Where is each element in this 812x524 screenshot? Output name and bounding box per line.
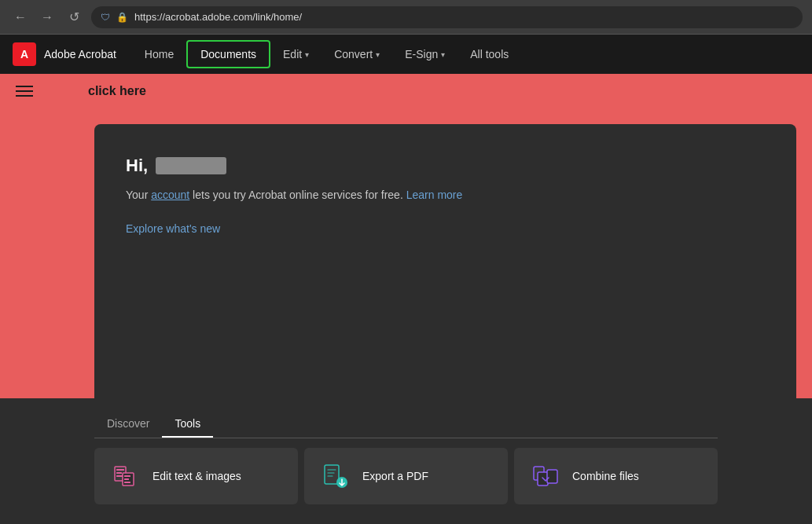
account-link[interactable]: account [151, 189, 189, 201]
nav-edit[interactable]: Edit ▾ [270, 35, 321, 74]
username-blur [156, 157, 226, 174]
nav-documents[interactable]: Documents [186, 40, 270, 68]
export-icon [320, 460, 351, 492]
edit-text-label: Edit text & images [152, 470, 241, 482]
url-text: https://acrobat.adobe.com/link/home/ [134, 11, 302, 23]
account-description: Your account lets you try Acrobat online… [126, 187, 765, 203]
svg-rect-5 [124, 475, 130, 477]
tab-tools[interactable]: Tools [162, 411, 213, 438]
tool-edit-text[interactable]: Edit text & images [94, 448, 298, 504]
hamburger-icon[interactable] [16, 86, 33, 97]
forward-button[interactable]: → [36, 6, 58, 28]
greeting: Hi, [126, 156, 765, 176]
nav-items: Home Documents Edit ▾ Convert ▾ E-Sign ▾… [132, 35, 521, 74]
banner-text: click here [88, 84, 146, 98]
adobe-icon: A [13, 42, 36, 66]
tool-combine-files[interactable]: Combine files [514, 448, 718, 504]
svg-rect-6 [124, 478, 129, 480]
explore-link[interactable]: Explore what's new [126, 222, 220, 235]
nav-convert[interactable]: Convert ▾ [321, 35, 392, 74]
export-pdf-label: Export a PDF [362, 470, 428, 482]
tabs-row: Discover Tools [94, 398, 718, 438]
app-navbar: A Adobe Acrobat Home Documents Edit ▾ Co… [0, 35, 812, 74]
back-button[interactable]: ← [9, 6, 31, 28]
svg-rect-1 [116, 469, 124, 471]
svg-rect-7 [124, 482, 130, 483]
nav-esign[interactable]: E-Sign ▾ [392, 35, 457, 74]
learn-more-link[interactable]: Learn more [406, 189, 463, 201]
click-banner: click here [0, 74, 812, 108]
browser-chrome: ← → ↺ 🛡 🔒 https://acrobat.adobe.com/link… [0, 0, 812, 35]
combine-files-label: Combine files [572, 470, 639, 482]
app-logo: A Adobe Acrobat [13, 42, 116, 66]
address-bar[interactable]: 🛡 🔒 https://acrobat.adobe.com/link/home/ [91, 6, 803, 28]
combine-icon [530, 460, 561, 492]
esign-chevron-icon: ▾ [441, 50, 445, 59]
edit-chevron-icon: ▾ [305, 50, 309, 59]
greeting-prefix: Hi, [126, 156, 148, 176]
nav-home[interactable]: Home [132, 35, 186, 74]
tools-grid: Edit text & images Export a PDF [94, 448, 718, 504]
nav-all-tools[interactable]: All tools [457, 35, 521, 74]
lock-icon: 🔒 [116, 12, 128, 23]
reload-button[interactable]: ↺ [63, 6, 85, 28]
shield-icon: 🛡 [101, 12, 110, 23]
bottom-section: Discover Tools Edit text & images [0, 398, 812, 524]
edit-icon [110, 460, 141, 492]
svg-rect-2 [116, 472, 122, 474]
tool-export-pdf[interactable]: Export a PDF [304, 448, 508, 504]
svg-rect-12 [547, 470, 557, 483]
convert-chevron-icon: ▾ [376, 50, 380, 59]
tab-discover[interactable]: Discover [94, 411, 162, 438]
app-name-label: Adobe Acrobat [44, 48, 116, 60]
